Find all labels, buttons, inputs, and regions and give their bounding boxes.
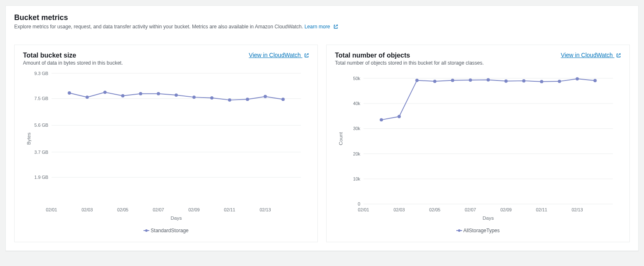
legend-label-size: StandardStorage [151,228,189,233]
svg-point-25 [175,93,178,97]
svg-text:02/11: 02/11 [224,207,235,212]
svg-point-69 [458,229,460,232]
svg-text:10k: 10k [353,176,360,181]
svg-text:1.9 GB: 1.9 GB [34,175,48,180]
svg-point-57 [415,79,419,82]
view-cloudwatch-objects-link[interactable]: View in CloudWatch [561,52,621,58]
svg-text:02/11: 02/11 [536,207,547,212]
legend-label-objects: AllStorageTypes [463,228,500,233]
panel-title: Bucket metrics [14,13,630,22]
svg-text:0: 0 [358,201,360,206]
card-subtitle-size: Amount of data in bytes stored in this b… [23,60,123,66]
learn-more-link[interactable]: Learn more [304,24,338,30]
svg-text:3.7 GB: 3.7 GB [34,150,48,155]
chart-bucket-size: 1.9 GB3.7 GB5.6 GB7.5 GB9.3 GB02/0102/03… [23,69,309,233]
card-subtitle-objects: Total number of objects stored in this b… [335,60,484,66]
svg-text:02/03: 02/03 [394,207,405,212]
svg-text:Bytes: Bytes [26,133,31,145]
svg-text:02/05: 02/05 [429,207,440,212]
svg-point-26 [192,95,196,99]
panel-subtitle: Explore metrics for usage, request, and … [14,24,630,30]
svg-point-63 [522,79,526,83]
charts-row: Total bucket size Amount of data in byte… [6,38,638,251]
svg-point-28 [228,98,231,102]
svg-point-24 [157,92,160,95]
svg-point-19 [68,91,71,95]
svg-text:02/09: 02/09 [501,207,512,212]
svg-text:02/01: 02/01 [46,207,57,212]
svg-text:Days: Days [483,215,494,221]
svg-point-66 [576,77,579,80]
svg-text:02/13: 02/13 [572,207,583,212]
svg-text:50k: 50k [353,76,360,81]
svg-text:30k: 30k [353,126,360,131]
svg-point-59 [451,79,454,82]
svg-point-30 [264,95,267,98]
chart-object-count: 010k20k30k40k50k02/0102/0302/0502/0702/0… [335,69,621,233]
card-title-size: Total bucket size [23,52,123,59]
svg-point-29 [246,98,249,101]
external-link-icon [304,53,309,58]
svg-text:02/05: 02/05 [117,207,128,212]
svg-text:02/03: 02/03 [82,207,93,212]
panel-header: Bucket metrics Explore metrics for usage… [6,6,638,38]
svg-point-62 [504,80,508,83]
svg-point-56 [397,115,401,118]
external-link-icon [333,24,338,29]
svg-text:7.5 GB: 7.5 GB [34,96,48,101]
legend-size: StandardStorage [23,228,309,233]
svg-point-58 [433,80,436,83]
svg-point-21 [103,90,107,94]
svg-point-55 [380,118,383,121]
svg-text:02/09: 02/09 [189,207,200,212]
svg-point-33 [145,229,148,232]
legend-objects: AllStorageTypes [335,228,621,233]
svg-point-23 [139,92,142,95]
svg-point-65 [558,80,561,83]
svg-text:40k: 40k [353,101,360,106]
svg-point-27 [210,96,214,100]
svg-point-67 [594,79,597,82]
svg-text:02/07: 02/07 [465,207,476,212]
svg-point-64 [540,80,543,83]
card-object-count: Total number of objects Total number of … [326,45,630,242]
svg-text:Count: Count [338,132,343,145]
svg-point-60 [469,78,472,82]
metrics-panel: Bucket metrics Explore metrics for usage… [5,5,639,251]
view-cloudwatch-size-link[interactable]: View in CloudWatch [249,52,309,58]
card-title-objects: Total number of objects [335,52,484,59]
svg-text:02/13: 02/13 [260,207,271,212]
card-bucket-size: Total bucket size Amount of data in byte… [14,45,318,242]
svg-point-22 [121,94,124,98]
svg-text:20k: 20k [353,151,360,156]
svg-text:Days: Days [171,215,182,221]
svg-text:02/07: 02/07 [153,207,164,212]
svg-text:02/01: 02/01 [358,207,369,212]
svg-point-61 [487,78,490,82]
svg-text:9.3 GB: 9.3 GB [34,71,48,76]
svg-text:5.6 GB: 5.6 GB [34,123,48,128]
svg-point-31 [282,98,285,101]
svg-point-20 [86,95,89,99]
external-link-icon [616,53,621,58]
panel-subtitle-text: Explore metrics for usage, request, and … [14,24,303,30]
